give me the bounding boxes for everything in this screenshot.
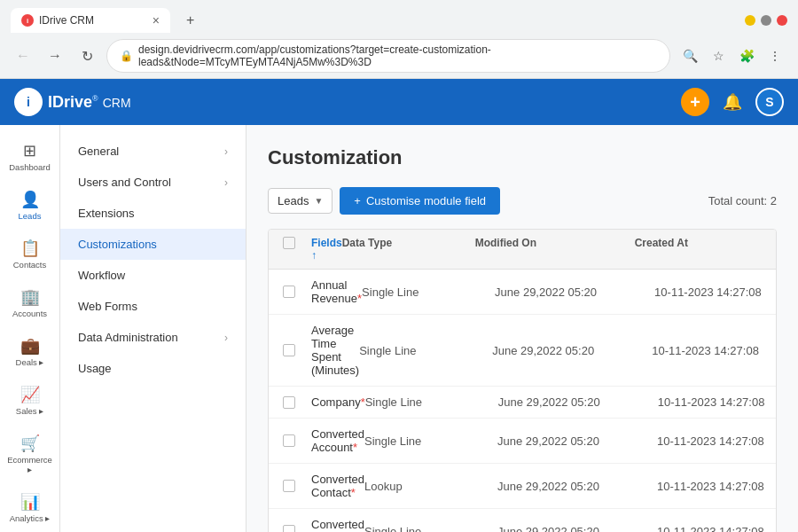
tab-close-button[interactable]: × xyxy=(153,13,160,27)
sidebar-item-deals[interactable]: 💼 Deals ▸ xyxy=(4,329,57,374)
modified-on-column-label: Modified On xyxy=(475,237,536,249)
back-button[interactable]: ← xyxy=(11,43,35,68)
sec-sidebar-label-data-administration: Data Administration xyxy=(78,331,178,344)
dashboard-icon: ⊞ xyxy=(23,141,36,160)
row-5-data-type: Single Line xyxy=(364,525,497,533)
sec-sidebar-label-web-forms: Web Forms xyxy=(78,300,137,313)
sec-sidebar-item-web-forms[interactable]: Web Forms xyxy=(60,291,246,322)
sec-sidebar-item-data-administration[interactable]: Data Administration › xyxy=(60,322,246,353)
sidebar-item-leads[interactable]: 👤 Leads xyxy=(4,183,57,228)
bookmark-button[interactable]: ☆ xyxy=(706,43,731,68)
row-3-checkbox[interactable] xyxy=(283,434,295,447)
sidebar-item-analytics[interactable]: 📊 Analytics ▸ xyxy=(4,485,57,530)
sidebar-label-ecommerce: Ecommerce ▸ xyxy=(7,455,53,474)
row-0-data-type: Single Line xyxy=(362,286,495,299)
table-row: Converted Contact* Lookup June 29,2022 0… xyxy=(269,464,776,509)
sidebar-item-sales[interactable]: 📈 Sales ▸ xyxy=(4,378,57,423)
new-tab-button[interactable]: + xyxy=(177,7,203,34)
content-area: Customization Leads ▼ + Customise module… xyxy=(246,125,798,532)
logo-icon-text: i xyxy=(27,95,30,109)
table-row: Company* Single Line June 29,2022 05:20 … xyxy=(269,387,776,419)
logo: i IDrive® CRM xyxy=(14,88,131,116)
row-2-checkbox-cell xyxy=(283,396,311,409)
sec-sidebar-item-customizations[interactable]: Customizations xyxy=(60,229,246,260)
chevron-right-icon-users: › xyxy=(224,176,228,189)
sec-sidebar-label-usage: Usage xyxy=(78,362,112,375)
row-3-modified-on: June 29,2022 05:20 xyxy=(497,434,657,448)
row-1-checkbox-cell xyxy=(283,344,311,356)
sec-sidebar-item-usage[interactable]: Usage xyxy=(60,353,246,384)
row-0-checkbox-cell xyxy=(283,286,311,298)
row-1-checkbox[interactable] xyxy=(283,344,295,356)
row-1-data-type: Single Line xyxy=(359,344,492,357)
row-3-checkbox-cell xyxy=(283,434,311,447)
browser-tab[interactable]: i IDrive CRM × xyxy=(11,8,170,33)
ecommerce-icon: 🛒 xyxy=(20,434,40,453)
row-0-checkbox[interactable] xyxy=(283,286,295,298)
logo-icon: i xyxy=(14,88,43,116)
select-all-checkbox[interactable] xyxy=(283,237,295,249)
row-5-checkbox-cell xyxy=(283,525,311,532)
page-title: Customization xyxy=(268,146,777,169)
row-4-data-type: Lookup xyxy=(364,480,497,493)
sort-up-icon: ↑ xyxy=(311,249,317,262)
notifications-button[interactable]: 🔔 xyxy=(718,88,747,116)
row-2-data-type: Single Line xyxy=(365,395,498,409)
sidebar-label-analytics: Analytics ▸ xyxy=(10,513,51,523)
sidebar-item-ecommerce[interactable]: 🛒 Ecommerce ▸ xyxy=(4,426,57,481)
row-2-checkbox[interactable] xyxy=(283,396,295,409)
sec-sidebar-item-general[interactable]: General › xyxy=(60,136,246,167)
browser-chrome: i IDrive CRM × + ← → ↻ 🔒 design.devidriv… xyxy=(0,0,798,79)
sec-sidebar-label-customizations: Customizations xyxy=(78,238,157,251)
browser-actions: 🔍 ☆ 🧩 ⋮ xyxy=(677,43,787,68)
data-type-column-label: Data Type xyxy=(342,237,392,249)
accounts-icon: 🏢 xyxy=(20,287,40,307)
logo-text: IDrive® CRM xyxy=(48,93,131,112)
sidebar-item-dashboard[interactable]: ⊞ Dashboard xyxy=(4,134,57,179)
menu-button[interactable]: ⋮ xyxy=(763,43,787,68)
sidebar-label-accounts: Accounts xyxy=(12,309,47,318)
forward-button[interactable]: → xyxy=(43,43,67,68)
sec-sidebar-item-extensions[interactable]: Extensions xyxy=(60,198,246,229)
toolbar: Leads ▼ + Customise module field Total c… xyxy=(268,187,777,215)
leads-icon: 👤 xyxy=(20,190,40,209)
customize-btn-icon: + xyxy=(354,194,361,207)
sidebar-item-contacts[interactable]: 📋 Contacts xyxy=(4,231,57,277)
row-4-checkbox[interactable] xyxy=(283,480,295,492)
browser-titlebar: i IDrive CRM × + xyxy=(0,0,798,34)
sec-sidebar-item-users-control[interactable]: Users and Control › xyxy=(60,167,246,198)
sidebar-label-dashboard: Dashboard xyxy=(9,162,50,172)
row-2-field: Company* xyxy=(311,395,365,409)
row-4-field: Converted Contact* xyxy=(311,473,364,499)
header-modified-on: Modified On xyxy=(475,237,635,262)
user-avatar-button[interactable]: S xyxy=(755,88,784,116)
sec-sidebar-item-workflow[interactable]: Workflow xyxy=(60,260,246,291)
sidebar-item-accounts[interactable]: 🏢 Accounts xyxy=(4,280,57,325)
search-button[interactable]: 🔍 xyxy=(677,43,702,68)
row-5-checkbox[interactable] xyxy=(283,525,295,532)
required-indicator: * xyxy=(351,486,356,499)
deals-icon: 💼 xyxy=(20,336,40,356)
table-row: Converted Deal* Single Line June 29,2022… xyxy=(269,509,776,532)
row-2-created-at: 10-11-2023 14:27:08 xyxy=(658,395,777,409)
row-2-modified-on: June 29,2022 05:20 xyxy=(498,395,658,409)
extensions-button[interactable]: 🧩 xyxy=(734,43,759,68)
fields-column-label: Fields ↑ xyxy=(311,237,342,262)
sidebar-label-sales: Sales ▸ xyxy=(16,406,43,416)
url-text: design.devidrivecrm.com/app/customizatio… xyxy=(138,43,657,68)
row-4-modified-on: June 29,2022 05:20 xyxy=(497,480,657,493)
customize-module-field-button[interactable]: + Customise module field xyxy=(340,187,500,215)
row-4-checkbox-cell xyxy=(283,480,311,492)
sec-sidebar-label-general: General xyxy=(78,145,119,158)
url-bar[interactable]: 🔒 design.devidrivecrm.com/app/customizat… xyxy=(106,39,670,73)
sidebar-label-leads: Leads xyxy=(19,211,42,221)
sec-sidebar-label-users-control: Users and Control xyxy=(78,176,171,189)
reload-button[interactable]: ↻ xyxy=(74,43,99,68)
add-button[interactable]: + xyxy=(681,88,709,116)
module-dropdown[interactable]: Leads ▼ xyxy=(268,188,332,214)
browser-controls: ← → ↻ 🔒 design.devidrivecrm.com/app/cust… xyxy=(0,34,798,78)
table-header: Fields ↑ Data Type Modified On Created A… xyxy=(269,230,776,270)
dropdown-arrow-icon: ▼ xyxy=(314,196,323,206)
sidebar-label-deals: Deals ▸ xyxy=(16,357,44,367)
contacts-icon: 📋 xyxy=(20,239,40,258)
